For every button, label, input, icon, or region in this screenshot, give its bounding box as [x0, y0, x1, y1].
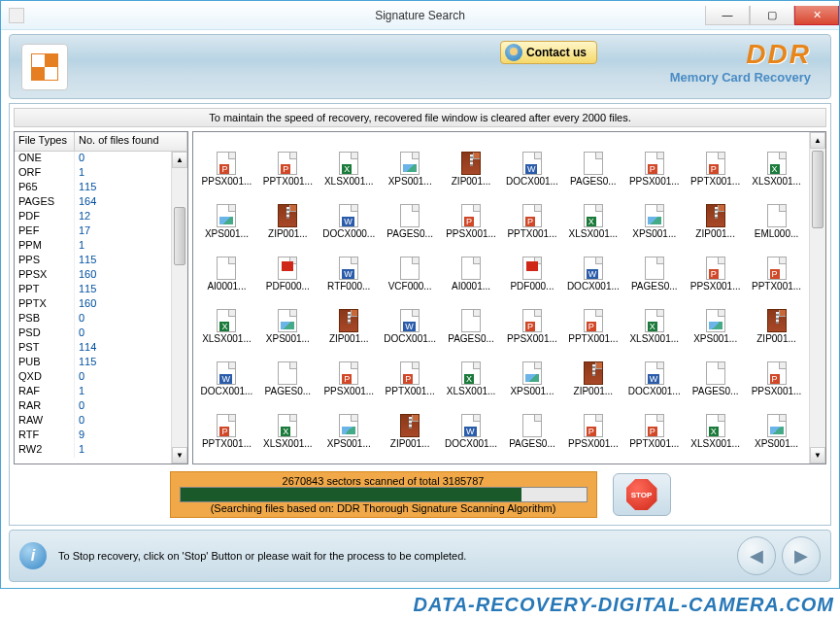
file-item[interactable]: PPSX001... — [319, 346, 379, 396]
file-item[interactable]: XLSX001... — [258, 398, 318, 449]
table-row[interactable]: ONE0 — [15, 152, 187, 166]
scroll-up-icon[interactable]: ▲ — [810, 132, 825, 149]
table-row[interactable]: PPSX160 — [15, 268, 187, 283]
file-item[interactable]: PAGES0... — [381, 189, 440, 239]
table-row[interactable]: PPTX160 — [15, 297, 187, 312]
scroll-up-icon[interactable]: ▲ — [172, 152, 187, 168]
table-row[interactable]: RAR0 — [15, 399, 187, 414]
files-scrollbar[interactable]: ▲ ▼ — [809, 132, 825, 464]
close-button[interactable]: ✕ — [794, 6, 839, 25]
minimize-button[interactable]: — — [705, 6, 750, 25]
file-item[interactable]: PPSX001... — [197, 136, 256, 187]
table-scrollbar[interactable]: ▲ ▼ — [171, 152, 187, 464]
table-row[interactable]: ORF1 — [15, 166, 187, 181]
file-item[interactable]: XLSX001... — [747, 136, 806, 187]
file-item[interactable]: AI0001... — [197, 241, 256, 292]
file-item[interactable]: XLSX001... — [319, 136, 379, 187]
file-item[interactable]: XLSX001... — [624, 293, 684, 344]
file-item[interactable]: DOCX001... — [624, 346, 684, 396]
file-item[interactable]: ZIP001... — [747, 293, 806, 344]
file-item[interactable]: XPS001... — [319, 398, 379, 449]
table-row[interactable]: PSB0 — [15, 312, 187, 326]
contact-us-button[interactable]: Contact us — [500, 41, 597, 64]
maximize-button[interactable]: ▢ — [750, 6, 794, 25]
file-item[interactable]: PPTX001... — [686, 136, 745, 187]
table-row[interactable]: PPS115 — [15, 254, 187, 268]
file-item[interactable]: PAGES0... — [258, 346, 318, 396]
scroll-thumb[interactable] — [812, 151, 823, 228]
file-item[interactable]: ZIP001... — [381, 398, 440, 449]
file-item[interactable]: PAGES0... — [624, 241, 684, 292]
table-row[interactable]: PAGES164 — [15, 195, 187, 210]
scroll-down-icon[interactable]: ▼ — [172, 447, 187, 464]
file-item[interactable]: DOCX001... — [381, 293, 440, 344]
col-files-found[interactable]: No. of files found — [75, 132, 187, 152]
file-item[interactable]: DOCX001... — [442, 398, 501, 449]
file-item[interactable]: AI0001... — [442, 241, 501, 292]
table-row[interactable]: P65115 — [15, 181, 187, 195]
file-item[interactable]: PPTX001... — [747, 241, 806, 292]
table-row[interactable]: PPM1 — [15, 239, 187, 254]
file-item[interactable]: DOCX001... — [563, 241, 622, 292]
file-item[interactable]: ZIP001... — [563, 346, 622, 396]
file-item[interactable]: PPSX001... — [563, 398, 622, 449]
table-row[interactable]: PPT115 — [15, 283, 187, 297]
file-item[interactable]: RTF000... — [319, 241, 379, 292]
file-item[interactable]: ZIP001... — [258, 189, 318, 239]
scroll-thumb[interactable] — [174, 207, 185, 265]
file-item[interactable]: XLSX001... — [686, 398, 745, 449]
file-item[interactable]: PAGES0... — [686, 346, 745, 396]
file-item[interactable]: XPS001... — [747, 398, 806, 449]
table-row[interactable]: PEF17 — [15, 224, 187, 239]
file-item[interactable]: PPSX001... — [747, 346, 806, 396]
file-item[interactable]: PPTX001... — [563, 293, 622, 344]
file-item[interactable]: ZIP001... — [319, 293, 379, 344]
table-row[interactable]: RAW0 — [15, 414, 187, 429]
file-item[interactable]: PPTX001... — [503, 189, 562, 239]
file-item[interactable]: XPS001... — [381, 136, 440, 187]
file-item[interactable]: PPSX001... — [624, 136, 684, 187]
file-item[interactable]: PAGES0... — [442, 293, 501, 344]
file-item[interactable]: PPTX001... — [381, 346, 440, 396]
file-item[interactable]: PDF000... — [503, 241, 562, 292]
file-label: PAGES0... — [509, 438, 555, 449]
file-item[interactable]: PDF000... — [258, 241, 318, 292]
next-button[interactable]: ▶ — [782, 536, 821, 575]
file-item[interactable]: XPS001... — [686, 293, 745, 344]
table-row[interactable]: RAF1 — [15, 385, 187, 399]
back-button[interactable]: ◀ — [737, 536, 776, 575]
file-item[interactable]: PPSX001... — [686, 241, 745, 292]
file-item[interactable]: XLSX001... — [442, 346, 501, 396]
file-item[interactable]: ZIP001... — [686, 189, 745, 239]
file-item[interactable]: PPTX001... — [258, 136, 318, 187]
file-item[interactable]: XLSX001... — [197, 293, 256, 344]
file-item[interactable]: PPTX001... — [624, 398, 684, 449]
file-item[interactable]: XPS001... — [503, 346, 562, 396]
table-row[interactable]: PSD0 — [15, 326, 187, 341]
file-label: PPSX001... — [690, 281, 741, 292]
file-item[interactable]: VCF000... — [381, 241, 440, 292]
table-row[interactable]: PST114 — [15, 341, 187, 356]
file-item[interactable]: PPSX001... — [442, 189, 501, 239]
file-item[interactable]: DOCX000... — [319, 189, 379, 239]
file-item[interactable]: PAGES0... — [563, 136, 622, 187]
file-item[interactable]: PAGES0... — [503, 398, 562, 449]
stop-button[interactable]: STOP — [613, 473, 671, 516]
table-row[interactable]: PDF12 — [15, 210, 187, 224]
file-item[interactable]: EML000... — [747, 189, 806, 239]
table-row[interactable]: RTF9 — [15, 429, 187, 443]
file-item[interactable]: XPS001... — [197, 189, 256, 239]
file-item[interactable]: PPSX001... — [503, 293, 562, 344]
col-file-types[interactable]: File Types — [15, 132, 75, 152]
table-row[interactable]: RW21 — [15, 443, 187, 458]
file-item[interactable]: XLSX001... — [563, 189, 622, 239]
scroll-down-icon[interactable]: ▼ — [810, 447, 825, 464]
table-row[interactable]: PUB115 — [15, 356, 187, 370]
file-item[interactable]: PPTX001... — [197, 398, 256, 449]
table-row[interactable]: QXD0 — [15, 370, 187, 385]
file-item[interactable]: ZIP001... — [442, 136, 501, 187]
file-item[interactable]: XPS001... — [624, 189, 684, 239]
file-item[interactable]: XPS001... — [258, 293, 318, 344]
file-item[interactable]: DOCX001... — [503, 136, 562, 187]
file-item[interactable]: DOCX001... — [197, 346, 256, 396]
